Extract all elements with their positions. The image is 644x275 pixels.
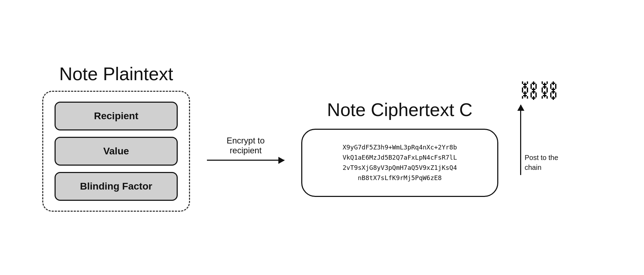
encrypt-arrow-line [207,160,284,161]
plaintext-section: Note Plaintext Recipient Value Blinding … [42,63,190,212]
ciphertext-content: X9yG7dF5Z3h9+WmL3pRq4nXc+2Yr8b VkQ1aE6Mz… [316,142,483,183]
plaintext-title: Note Plaintext [59,63,173,84]
post-chain-label: Post to the chain [525,153,558,172]
diagram-container: Note Plaintext Recipient Value Blinding … [0,0,644,275]
ciphertext-line4: nB8tX7sLfK9rMj5PqW6zE8 [358,174,442,181]
blinding-factor-item: Blinding Factor [55,172,178,201]
chain-icon: ⛓⛓ [519,79,559,102]
post-chain-arrow [520,105,521,175]
up-arrow-with-label: Post to the chain [520,105,558,175]
ciphertext-title: Note Ciphertext C [327,99,472,120]
value-item: Value [55,137,178,166]
post-chain-wrapper: ⛓⛓ Post to the chain [519,79,559,175]
plaintext-dashed-box: Recipient Value Blinding Factor [42,91,190,212]
encrypt-arrow-section: Encrypt to recipient [207,136,284,161]
ciphertext-line2: VkQ1aE6MzJd5B2Q7aFxLpN4cFsR7lL [342,154,457,161]
ciphertext-line1: X9yG7dF5Z3h9+WmL3pRq4nXc+2Yr8b [342,143,457,151]
ciphertext-section: Note Ciphertext C X9yG7dF5Z3h9+WmL3pRq4n… [301,99,498,197]
recipient-item: Recipient [55,102,178,130]
ciphertext-box: X9yG7dF5Z3h9+WmL3pRq4nXc+2Yr8b VkQ1aE6Mz… [301,129,498,197]
ciphertext-line3: 2vT9sXjG8yV3pQmH7aQ5V9xZ1jKsQ4 [342,164,457,171]
encrypt-label: Encrypt to recipient [227,136,265,155]
